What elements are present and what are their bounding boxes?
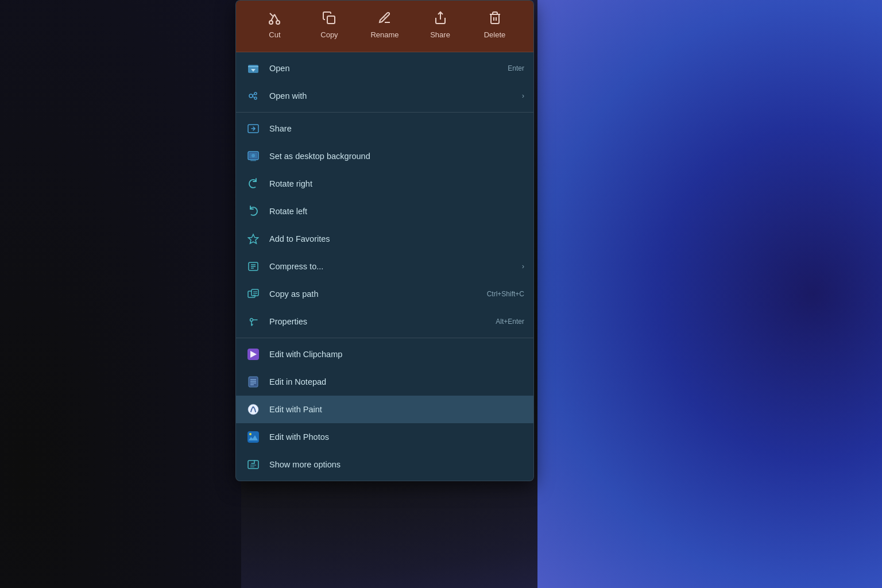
open-icon bbox=[245, 60, 261, 76]
svg-point-0 bbox=[269, 21, 273, 24]
share-menu-label: Share bbox=[269, 124, 524, 133]
open-menu-item[interactable]: Open Enter bbox=[236, 55, 533, 82]
svg-point-40 bbox=[248, 404, 258, 415]
svg-point-20 bbox=[252, 154, 255, 157]
svg-rect-35 bbox=[249, 377, 258, 387]
context-menu: Cut Copy Rename bbox=[235, 0, 534, 481]
properties-icon bbox=[245, 314, 261, 330]
show-more-options-menu-item[interactable]: Show more options bbox=[236, 451, 533, 478]
edit-photos-menu-item[interactable]: Edit with Photos bbox=[236, 423, 533, 451]
delete-button[interactable]: Delete bbox=[475, 6, 515, 44]
compress-to-label: Compress to... bbox=[269, 262, 517, 271]
add-favorites-menu-item[interactable]: Add to Favorites bbox=[236, 225, 533, 253]
set-desktop-bg-menu-item[interactable]: Set as desktop background bbox=[236, 142, 533, 170]
copy-as-path-icon bbox=[245, 286, 261, 302]
edit-notepad-label: Edit in Notepad bbox=[269, 377, 524, 386]
delete-label: Delete bbox=[484, 30, 506, 39]
add-favorites-label: Add to Favorites bbox=[269, 234, 524, 243]
share-menu-icon bbox=[245, 121, 261, 137]
svg-point-1 bbox=[276, 21, 280, 24]
share-menu-item[interactable]: Share bbox=[236, 115, 533, 142]
rotate-right-icon bbox=[245, 176, 261, 192]
menu-section-1: Open Enter Open with › bbox=[236, 52, 533, 112]
rename-button[interactable]: Rename bbox=[363, 6, 405, 44]
show-more-options-icon bbox=[245, 457, 261, 473]
edit-paint-icon bbox=[245, 401, 261, 417]
svg-point-14 bbox=[254, 97, 257, 99]
copy-as-path-shortcut: Ctrl+Shift+C bbox=[487, 290, 524, 298]
svg-line-15 bbox=[253, 94, 254, 95]
copy-label: Copy bbox=[320, 30, 338, 39]
svg-rect-21 bbox=[250, 160, 256, 161]
svg-line-3 bbox=[274, 14, 278, 21]
svg-point-6 bbox=[384, 17, 386, 19]
rotate-left-icon bbox=[245, 203, 261, 219]
compress-to-arrow: › bbox=[522, 262, 524, 270]
rotate-left-label: Rotate left bbox=[269, 207, 524, 216]
open-label: Open bbox=[269, 64, 498, 73]
set-desktop-bg-label: Set as desktop background bbox=[269, 152, 524, 161]
background-right bbox=[537, 0, 882, 588]
cut-icon bbox=[268, 11, 281, 27]
toolbar: Cut Copy Rename bbox=[236, 1, 533, 52]
open-shortcut: Enter bbox=[508, 64, 524, 72]
compress-to-icon bbox=[245, 258, 261, 274]
svg-line-16 bbox=[253, 96, 254, 98]
rename-icon bbox=[378, 11, 392, 27]
svg-rect-42 bbox=[247, 431, 259, 443]
svg-point-13 bbox=[254, 92, 257, 95]
edit-clipchamp-label: Edit with Clipchamp bbox=[269, 350, 524, 359]
svg-point-12 bbox=[249, 94, 253, 98]
compress-to-menu-item[interactable]: Compress to... › bbox=[236, 253, 533, 280]
edit-paint-menu-item[interactable]: Edit with Paint bbox=[236, 396, 533, 423]
share-button[interactable]: Share bbox=[420, 6, 461, 44]
share-icon bbox=[434, 11, 447, 27]
svg-point-41 bbox=[253, 407, 254, 408]
cut-label: Cut bbox=[269, 30, 280, 39]
edit-paint-label: Edit with Paint bbox=[269, 405, 524, 414]
properties-label: Properties bbox=[269, 317, 486, 326]
properties-shortcut: Alt+Enter bbox=[496, 318, 524, 326]
rotate-left-menu-item[interactable]: Rotate left bbox=[236, 198, 533, 225]
rename-label: Rename bbox=[370, 30, 399, 39]
open-with-arrow: › bbox=[522, 92, 524, 100]
svg-point-44 bbox=[249, 433, 252, 435]
delete-icon bbox=[488, 11, 502, 27]
copy-as-path-menu-item[interactable]: Copy as path Ctrl+Shift+C bbox=[236, 280, 533, 308]
edit-clipchamp-icon bbox=[245, 346, 261, 362]
edit-notepad-menu-item[interactable]: Edit in Notepad bbox=[236, 368, 533, 396]
svg-rect-5 bbox=[327, 16, 335, 24]
copy-icon bbox=[322, 11, 336, 27]
properties-menu-item[interactable]: Properties Alt+Enter bbox=[236, 308, 533, 335]
open-with-icon bbox=[245, 88, 261, 104]
cut-button[interactable]: Cut bbox=[254, 6, 295, 44]
svg-rect-45 bbox=[248, 461, 258, 469]
edit-clipchamp-menu-item[interactable]: Edit with Clipchamp bbox=[236, 341, 533, 368]
svg-line-4 bbox=[270, 13, 273, 17]
edit-notepad-icon bbox=[245, 374, 261, 390]
set-desktop-bg-icon bbox=[245, 148, 261, 164]
svg-rect-28 bbox=[252, 289, 258, 296]
menu-section-3: Edit with Clipchamp Edit in Notepad bbox=[236, 338, 533, 481]
open-with-menu-item[interactable]: Open with › bbox=[236, 82, 533, 110]
edit-photos-icon bbox=[245, 429, 261, 445]
rotate-right-menu-item[interactable]: Rotate right bbox=[236, 170, 533, 198]
menu-section-2: Share Set as desktop background Rotate bbox=[236, 112, 533, 338]
rotate-right-label: Rotate right bbox=[269, 179, 524, 188]
copy-as-path-label: Copy as path bbox=[269, 289, 478, 299]
copy-button[interactable]: Copy bbox=[309, 6, 349, 44]
add-favorites-icon bbox=[245, 231, 261, 247]
share-label: Share bbox=[430, 30, 450, 39]
open-with-label: Open with bbox=[269, 91, 517, 100]
edit-photos-label: Edit with Photos bbox=[269, 432, 524, 442]
show-more-options-label: Show more options bbox=[269, 460, 524, 469]
background-left bbox=[0, 0, 241, 588]
svg-marker-22 bbox=[249, 234, 258, 243]
